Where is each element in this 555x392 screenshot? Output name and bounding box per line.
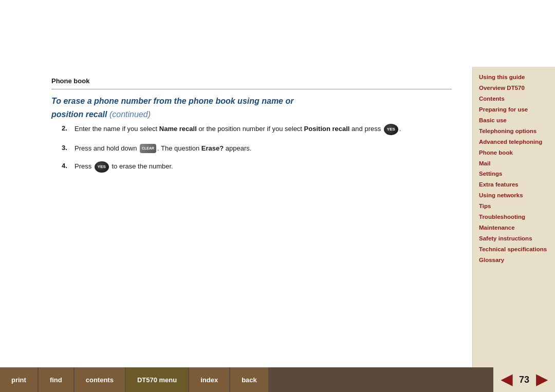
- step-number-2: 2.: [62, 124, 75, 132]
- sidebar-item-extra[interactable]: Extra features: [479, 179, 549, 190]
- sidebar-item-maintenance[interactable]: Maintenance: [479, 222, 549, 233]
- top-white-area: [0, 0, 555, 67]
- step-3: 3. Press and hold down CLEAR . The quest…: [62, 143, 452, 154]
- sidebar-item-overview[interactable]: Overview DT570: [479, 83, 549, 94]
- sidebar-item-preparing[interactable]: Preparing for use: [479, 104, 549, 115]
- step-text-4: Press YES to erase the number.: [75, 161, 452, 173]
- index-button[interactable]: index: [189, 367, 230, 392]
- prev-page-arrow[interactable]: ◀: [501, 372, 512, 387]
- step-number-3: 3.: [62, 143, 75, 152]
- sidebar-item-contents[interactable]: Contents: [479, 94, 549, 104]
- yes-button-icon-2: YES: [95, 161, 109, 173]
- step-text-3: Press and hold down CLEAR . The question…: [75, 143, 452, 154]
- sidebar-item-tips[interactable]: Tips: [479, 201, 549, 212]
- divider-line: [51, 89, 452, 89]
- sidebar-item-glossary[interactable]: Glossary: [479, 255, 549, 266]
- toolbar: print find contents DT570 menu index bac…: [0, 367, 555, 392]
- sidebar-item-networks[interactable]: Using networks: [479, 190, 549, 201]
- main-area: Phone book To erase a phone number from …: [0, 67, 555, 367]
- step-4: 4. Press YES to erase the number.: [62, 161, 452, 173]
- main-heading: To erase a phone number from the phone b…: [51, 96, 452, 107]
- sidebar-item-troubleshooting[interactable]: Troubleshooting: [479, 212, 549, 222]
- sidebar-item-settings[interactable]: Settings: [479, 169, 549, 179]
- sidebar-item-safety[interactable]: Safety instructions: [479, 233, 549, 244]
- step-number-4: 4.: [62, 161, 75, 170]
- back-button[interactable]: back: [230, 367, 269, 392]
- page-container: Phone book To erase a phone number from …: [0, 0, 555, 392]
- toolbar-buttons: print find contents DT570 menu index bac…: [0, 367, 493, 392]
- clear-button-icon: CLEAR: [140, 144, 156, 153]
- sidebar-item-using-this-guide[interactable]: Using this guide: [479, 72, 549, 83]
- step-2: 2. Enter the name if you select Name rec…: [62, 124, 452, 135]
- step-text-2: Enter the name if you select Name recall…: [75, 124, 452, 135]
- sidebar: Using this guide Overview DT570 Contents…: [473, 67, 555, 367]
- contents-button[interactable]: contents: [75, 367, 126, 392]
- section-label: Phone book: [51, 77, 452, 85]
- yes-button-icon-1: YES: [384, 124, 398, 135]
- steps-container: 2. Enter the name if you select Name rec…: [51, 124, 452, 173]
- sidebar-item-basic-use[interactable]: Basic use: [479, 115, 549, 126]
- dt570-button[interactable]: DT570 menu: [126, 367, 189, 392]
- content-panel: Phone book To erase a phone number from …: [0, 67, 473, 367]
- find-button[interactable]: find: [39, 367, 75, 392]
- next-page-arrow[interactable]: ▶: [536, 372, 547, 387]
- sidebar-item-advanced[interactable]: Advanced telephoning: [479, 137, 549, 147]
- sidebar-item-technical[interactable]: Technical specifications: [479, 244, 549, 255]
- sidebar-item-mail[interactable]: Mail: [479, 158, 549, 169]
- page-number: 73: [516, 375, 532, 385]
- page-navigation: ◀ 73 ▶: [493, 367, 555, 392]
- main-heading-2: position recall (continued): [51, 109, 452, 120]
- sidebar-item-phonebook[interactable]: Phone book: [479, 147, 549, 158]
- sidebar-item-telephoning[interactable]: Telephoning options: [479, 126, 549, 137]
- print-button[interactable]: print: [0, 367, 39, 392]
